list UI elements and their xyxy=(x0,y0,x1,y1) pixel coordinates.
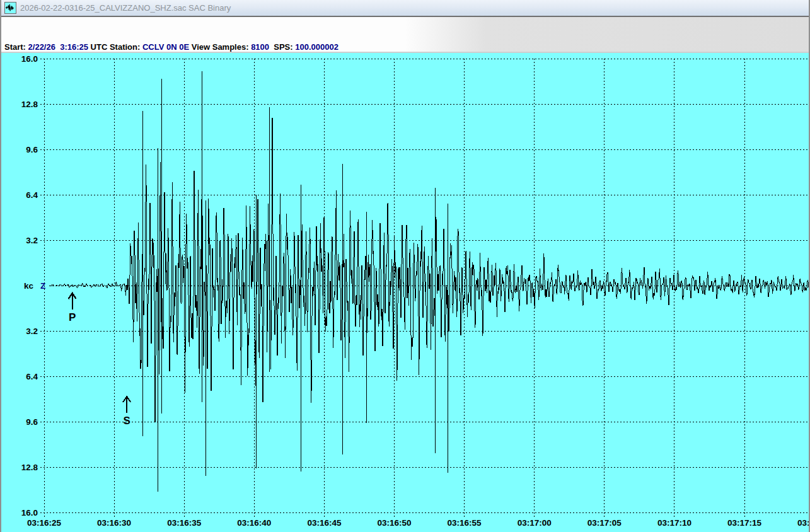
y-axis-component-label: Z xyxy=(40,281,45,291)
header-value: 8100 xyxy=(251,42,274,52)
title-bar[interactable]: 2026-02-22-0316-25_CALVIZZANO_SHZ.sac SA… xyxy=(1,0,809,17)
app-window: 2026-02-22-0316-25_CALVIZZANO_SHZ.sac SA… xyxy=(0,0,810,532)
header-value: 100.000002 xyxy=(295,42,340,52)
y-tick-label: 16.0 xyxy=(21,508,38,518)
phase-marker-label: S xyxy=(123,415,130,427)
header-label: Start: xyxy=(4,42,28,52)
y-tick-label: 9.6 xyxy=(26,417,38,427)
x-tick-label: 03:16:45 xyxy=(307,518,342,528)
x-tick-label: 03:17:15 xyxy=(727,518,762,528)
x-tick-label: 03:17:00 xyxy=(518,518,552,528)
p-phase-marker[interactable]: P xyxy=(69,293,76,323)
x-tick-label: 03:16:50 xyxy=(377,518,411,528)
header-value: CCLV 0N 0E xyxy=(142,42,192,52)
header-label: View Samples: xyxy=(192,42,251,52)
y-tick-label: 6.4 xyxy=(26,190,38,200)
y-tick-label: 16.0 xyxy=(21,54,38,64)
header-row-start: Start: 2/22/26 3:16:25 UTC Station: CCLV… xyxy=(4,42,809,53)
header-label: SPS: xyxy=(274,42,295,52)
y-tick-label: 12.8 xyxy=(21,463,38,472)
phase-marker-label: P xyxy=(69,311,76,323)
x-tick-label: 03:16:55 xyxy=(448,518,482,528)
x-tick-label: 03:17:05 xyxy=(587,518,622,528)
y-tick-label: 3.2 xyxy=(26,236,38,245)
seismogram-waveform-icon[interactable] xyxy=(4,2,16,14)
x-tick-label: 03:16:30 xyxy=(97,518,131,528)
window-title: 2026-02-22-0316-25_CALVIZZANO_SHZ.sac SA… xyxy=(20,3,231,13)
y-tick-label: 3.2 xyxy=(26,327,38,336)
waveform-trace xyxy=(49,71,810,492)
header-value: 2/22/26 3:16:25 xyxy=(28,42,91,52)
x-tick-label: 03:17:20 xyxy=(797,518,810,528)
header-info-panel: Start: 2/22/26 3:16:25 UTC Station: CCLV… xyxy=(1,17,809,53)
seismogram-plot[interactable]: 16.012.89.66.43.2kcZ3.26.49.612.816.003:… xyxy=(1,53,810,529)
x-tick-label: 03:16:25 xyxy=(27,518,62,528)
y-tick-label: 9.6 xyxy=(26,145,38,154)
s-phase-marker[interactable]: S xyxy=(123,396,130,427)
x-tick-label: 03:16:35 xyxy=(167,518,202,528)
y-axis-unit-label: kc xyxy=(24,281,34,291)
x-tick-label: 03:17:10 xyxy=(657,518,691,528)
header-label: UTC Station: xyxy=(91,42,142,52)
x-tick-label: 03:16:40 xyxy=(237,518,271,528)
y-tick-label: 6.4 xyxy=(26,372,38,381)
y-tick-label: 12.8 xyxy=(21,100,38,109)
seismogram-chart-area[interactable]: 16.012.89.66.43.2kcZ3.26.49.612.816.003:… xyxy=(1,53,810,529)
